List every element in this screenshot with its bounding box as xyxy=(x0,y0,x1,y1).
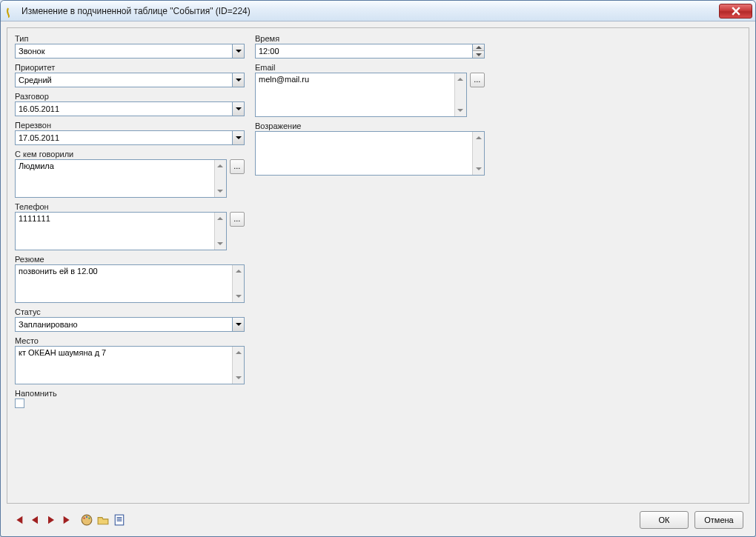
phone-label: Телефон xyxy=(15,202,245,211)
email-textarea[interactable]: meln@mail.ru xyxy=(255,73,467,117)
talk-value: 16.05.2011 xyxy=(16,104,232,113)
chevron-down-icon[interactable] xyxy=(232,73,244,87)
left-column: Тип Звонок Приоритет Средний Разговор xyxy=(15,34,245,408)
scroll-up-icon[interactable] xyxy=(233,265,244,277)
scrollbar[interactable] xyxy=(454,73,466,116)
email-ellipsis-button[interactable]: ... xyxy=(470,73,485,87)
objection-value xyxy=(256,132,472,175)
document-icon[interactable] xyxy=(113,514,125,526)
status-combobox[interactable]: Запланировано xyxy=(15,317,245,332)
next-record-icon[interactable] xyxy=(45,514,57,526)
palette-icon[interactable] xyxy=(81,514,93,526)
scrollbar[interactable] xyxy=(214,213,226,250)
spoke-ellipsis-button[interactable]: ... xyxy=(230,159,245,174)
place-value: кт ОКЕАН шаумяна д 7 xyxy=(16,347,232,384)
scroll-down-icon[interactable] xyxy=(233,372,244,384)
prev-record-icon[interactable] xyxy=(29,514,41,526)
scroll-down-icon[interactable] xyxy=(455,104,466,116)
spin-down-icon[interactable] xyxy=(473,51,484,58)
priority-value: Средний xyxy=(16,76,232,84)
title-bar: Изменение в подчиненной таблице "События… xyxy=(1,1,755,21)
scrollbar[interactable] xyxy=(232,347,244,384)
chevron-down-icon[interactable] xyxy=(232,131,244,144)
phone-textarea[interactable]: 1111111 xyxy=(15,212,227,250)
scroll-up-icon[interactable] xyxy=(455,73,466,85)
talk-date-input[interactable]: 16.05.2011 xyxy=(15,101,245,116)
svg-rect-4 xyxy=(115,515,123,525)
scroll-down-icon[interactable] xyxy=(215,185,226,197)
folder-icon[interactable] xyxy=(97,514,109,526)
first-record-icon[interactable] xyxy=(13,514,24,526)
ok-button[interactable]: ОК xyxy=(640,511,689,529)
svg-point-2 xyxy=(86,516,87,518)
bottom-toolbar: ОК Отмена xyxy=(1,504,755,536)
time-value: 12:00 xyxy=(256,47,472,56)
scroll-down-icon[interactable] xyxy=(473,163,484,175)
scroll-up-icon[interactable] xyxy=(473,132,484,144)
scrollbar[interactable] xyxy=(232,265,244,302)
talk-label: Разговор xyxy=(15,92,245,101)
type-combobox[interactable]: Звонок xyxy=(15,44,245,59)
type-label: Тип xyxy=(15,34,245,43)
resume-textarea[interactable]: позвонить ей в 12.00 xyxy=(15,264,245,303)
spoke-textarea[interactable]: Людмила xyxy=(15,159,227,198)
priority-combobox[interactable]: Средний xyxy=(15,73,245,87)
close-icon xyxy=(732,7,740,16)
time-input[interactable]: 12:00 xyxy=(255,44,485,59)
spoke-label: С кем говорили xyxy=(15,150,245,159)
chevron-down-icon[interactable] xyxy=(232,102,244,116)
remind-checkbox[interactable] xyxy=(15,398,24,408)
scroll-up-icon[interactable] xyxy=(215,213,226,224)
resume-label: Резюме xyxy=(15,255,245,264)
spin-up-icon[interactable] xyxy=(473,44,484,51)
status-value: Запланировано xyxy=(16,320,232,329)
svg-point-1 xyxy=(83,518,84,519)
time-label: Время xyxy=(255,34,485,43)
scrollbar[interactable] xyxy=(214,160,226,197)
last-record-icon[interactable] xyxy=(62,514,73,526)
time-spinner[interactable] xyxy=(472,44,484,58)
scroll-down-icon[interactable] xyxy=(233,290,244,302)
objection-label: Возражение xyxy=(255,121,485,130)
callback-date-input[interactable]: 17.05.2011 xyxy=(15,130,245,145)
chevron-down-icon[interactable] xyxy=(232,318,244,331)
chevron-down-icon[interactable] xyxy=(232,44,244,58)
place-textarea[interactable]: кт ОКЕАН шаумяна д 7 xyxy=(15,346,245,384)
cancel-button[interactable]: Отмена xyxy=(694,511,743,529)
callback-label: Перезвон xyxy=(15,121,245,130)
place-label: Место xyxy=(15,336,245,345)
scroll-up-icon[interactable] xyxy=(233,347,244,358)
scroll-down-icon[interactable] xyxy=(215,238,226,250)
resume-value: позвонить ей в 12.00 xyxy=(16,265,232,302)
objection-textarea[interactable] xyxy=(255,131,485,176)
scroll-up-icon[interactable] xyxy=(215,160,226,172)
svg-point-3 xyxy=(88,518,90,519)
email-label: Email xyxy=(255,63,485,72)
app-icon xyxy=(5,5,17,17)
email-value: meln@mail.ru xyxy=(256,73,454,116)
form-panel: Тип Звонок Приоритет Средний Разговор xyxy=(7,27,749,504)
spoke-value: Людмила xyxy=(16,160,214,197)
right-column: Время 12:00 Email meln@mail.ru xyxy=(255,34,485,408)
remind-label: Напомнить xyxy=(15,389,245,398)
type-value: Звонок xyxy=(16,47,232,56)
scrollbar[interactable] xyxy=(472,132,484,175)
dialog-window: Изменение в подчиненной таблице "События… xyxy=(0,0,756,537)
priority-label: Приоритет xyxy=(15,63,245,72)
close-button[interactable] xyxy=(719,4,752,19)
phone-ellipsis-button[interactable]: ... xyxy=(230,212,245,227)
phone-value: 1111111 xyxy=(16,213,214,250)
status-label: Статус xyxy=(15,307,245,316)
callback-value: 17.05.2011 xyxy=(16,133,232,142)
window-title: Изменение в подчиненной таблице "События… xyxy=(21,1,719,21)
